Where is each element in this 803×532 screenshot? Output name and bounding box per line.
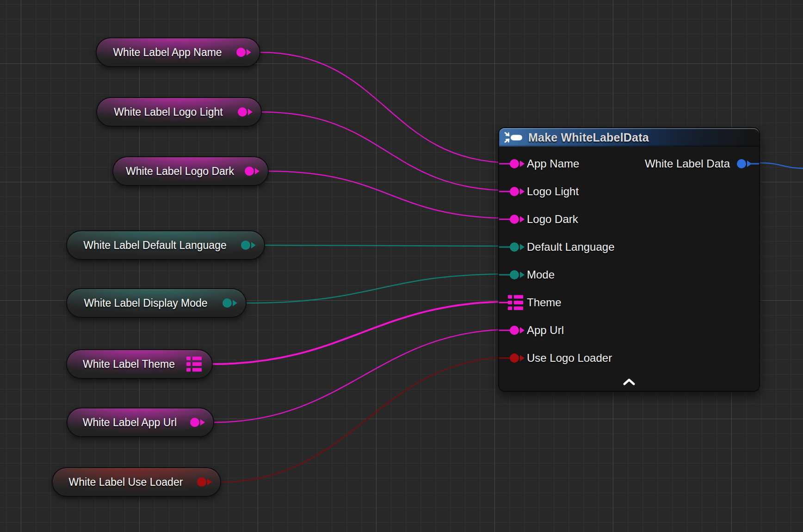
make-node[interactable]: Make WhiteLabelData App NameLogo LightLo…	[498, 127, 760, 392]
input-pin-label: Logo Dark	[527, 213, 578, 226]
input-pin-label: App Url	[527, 324, 564, 337]
input-pin-mode[interactable]	[510, 270, 519, 279]
getter-label: White Label Logo Light	[106, 106, 251, 118]
input-pin-theme[interactable]	[508, 295, 523, 310]
wire-7-string[interactable]	[213, 329, 513, 422]
output-pin-white-label-logo-light[interactable]	[238, 107, 247, 117]
wire-stub	[499, 191, 511, 192]
graph-canvas[interactable]: White Label App NameWhite Label Logo Lig…	[0, 0, 803, 532]
pin-row-use-logo-loader: Use Logo Loader	[499, 349, 759, 367]
getter-node-white-label-theme[interactable]: White Label Theme	[66, 349, 213, 379]
input-pin-app-url[interactable]	[510, 326, 519, 335]
pin-row-white-label-data: White Label Data	[499, 155, 759, 173]
input-pin-use-logo-loader[interactable]	[510, 353, 519, 363]
output-pin-white-label-theme[interactable]	[186, 357, 202, 372]
output-pin-white-label-app-url[interactable]	[190, 418, 199, 427]
wire-1-string[interactable]	[259, 52, 513, 163]
output-pin-label: White Label Data	[645, 157, 730, 170]
input-pin-logo-dark[interactable]	[510, 215, 519, 224]
wire-stub	[499, 358, 511, 359]
chevron-up-icon	[623, 378, 636, 385]
getter-label: White Label Theme	[75, 358, 204, 371]
getter-node-white-label-app-url[interactable]: White Label App Url	[67, 408, 214, 437]
getter-label: White Label App Name	[105, 46, 250, 59]
wire-stub	[499, 330, 511, 331]
wire-9-data_out[interactable]	[759, 163, 803, 168]
wire-stub	[499, 247, 511, 248]
wire-5-enum[interactable]	[246, 274, 513, 303]
make-struct-icon	[504, 131, 523, 143]
pin-row-logo-dark: Logo Dark	[499, 210, 759, 229]
getter-node-white-label-logo-dark[interactable]: White Label Logo Dark	[112, 156, 269, 186]
wire-stub	[499, 274, 511, 276]
getter-node-white-label-app-name[interactable]: White Label App Name	[96, 37, 260, 67]
output-pin-white-label-default-language[interactable]	[241, 241, 250, 250]
pin-row-default-language: Default Language	[499, 238, 759, 256]
getter-node-white-label-logo-light[interactable]: White Label Logo Light	[96, 97, 262, 127]
collapse-node-button[interactable]	[620, 377, 638, 388]
getter-label: White Label Use Loader	[62, 476, 212, 489]
output-pin-white-label-use-loader[interactable]	[197, 477, 206, 487]
pin-row-theme: Theme	[499, 293, 759, 312]
input-pin-label: Logo Light	[527, 185, 579, 198]
wire-2-string[interactable]	[261, 112, 513, 191]
getter-label: White Label Default Language	[76, 239, 255, 252]
output-pin-white-label-data[interactable]	[737, 159, 746, 168]
pin-row-mode: Mode	[499, 266, 759, 284]
output-pin-white-label-logo-dark[interactable]	[245, 167, 254, 176]
wire-3-string[interactable]	[268, 171, 513, 218]
input-pin-label: Use Logo Loader	[527, 352, 612, 365]
getter-node-white-label-default-language[interactable]: White Label Default Language	[66, 230, 265, 260]
getter-node-white-label-use-loader[interactable]: White Label Use Loader	[52, 467, 221, 497]
make-node-title: Make WhiteLabelData	[528, 131, 649, 144]
getter-label: White Label App Url	[75, 416, 205, 429]
pin-row-logo-light: Logo Light	[499, 182, 759, 201]
input-pin-label: Default Language	[527, 241, 615, 254]
wire-8-bool[interactable]	[220, 357, 513, 482]
pin-row-app-url: App Url	[499, 321, 759, 340]
input-pin-label: Mode	[527, 268, 555, 281]
input-pin-default-language[interactable]	[510, 242, 519, 252]
wire-6-struct[interactable]	[212, 302, 511, 364]
wire-stub	[499, 219, 511, 220]
make-node-header[interactable]: Make WhiteLabelData	[499, 128, 759, 147]
wire-stub	[748, 163, 759, 165]
output-pin-white-label-app-name[interactable]	[236, 48, 246, 57]
output-pin-white-label-display-mode[interactable]	[222, 298, 232, 308]
input-pin-label: Theme	[527, 296, 562, 309]
getter-label: White Label Logo Dark	[118, 165, 263, 178]
wire-4-enum[interactable]	[264, 245, 513, 246]
getter-node-white-label-display-mode[interactable]: White Label Display Mode	[66, 288, 247, 318]
input-pin-logo-light[interactable]	[510, 187, 519, 196]
getter-label: White Label Display Mode	[76, 297, 236, 309]
